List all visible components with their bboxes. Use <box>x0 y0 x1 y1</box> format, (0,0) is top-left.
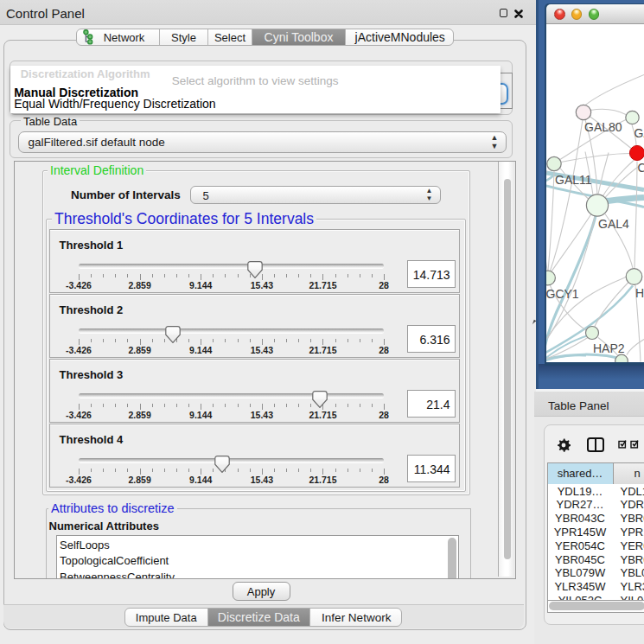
svg-text:GAL4: GAL4 <box>598 217 629 231</box>
svg-text:GA: GA <box>634 125 644 139</box>
svg-text:C: C <box>638 161 644 175</box>
svg-text:GCY1: GCY1 <box>546 287 579 301</box>
svg-text:GAL80: GAL80 <box>584 120 622 134</box>
svg-text:H: H <box>635 286 644 300</box>
svg-text:GAL11: GAL11 <box>555 173 592 187</box>
svg-text:HAP2: HAP2 <box>593 341 625 355</box>
